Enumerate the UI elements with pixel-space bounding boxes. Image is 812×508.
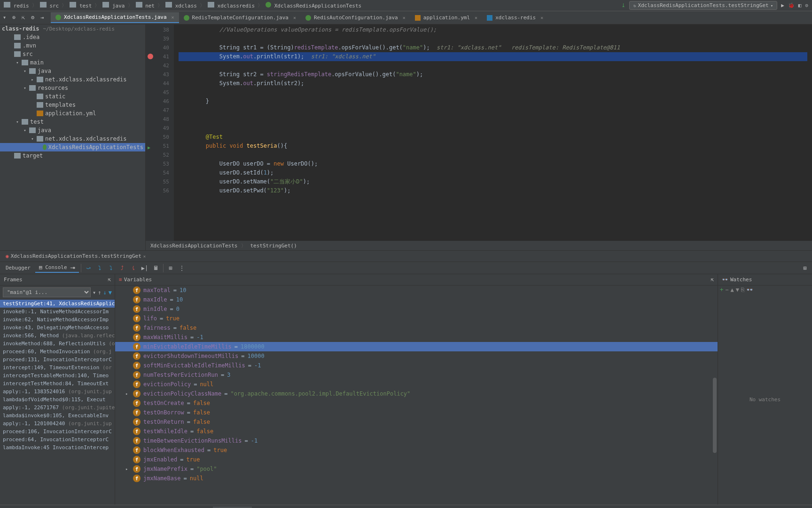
tree-arrow-icon[interactable]: ▾ (23, 86, 27, 90)
coverage-button[interactable]: ◧ (798, 2, 802, 8)
scrollbar[interactable] (713, 378, 717, 453)
code-line[interactable]: userDO.setPwd("123"); (179, 186, 807, 195)
frame-item[interactable]: interceptTestMethod:84, TimeoutExt (0, 380, 115, 388)
up-button[interactable]: ▲ (730, 286, 734, 293)
nav-crumb[interactable]: xdclass (165, 2, 197, 9)
code-line[interactable]: } (179, 97, 807, 106)
variable-item[interactable]: fblockWhenExhausted = true (115, 445, 718, 455)
editor-tab[interactable]: RedisTemplateConfiguration.java✕ (179, 12, 301, 23)
drop-frame-button[interactable]: ⤹ (128, 263, 139, 273)
frame-item[interactable]: proceed:60, MethodInvocation (org.j (0, 348, 115, 356)
tree-root[interactable]: class-redis ~/Desktop/xdclass-redis (0, 24, 145, 33)
tree-item[interactable]: target (0, 151, 145, 160)
variable-item[interactable]: ftestWhileIdle = false (115, 427, 718, 436)
add-watch-button[interactable]: + (720, 286, 723, 293)
variable-item[interactable]: ftimeBetweenEvictionRunsMillis = -1 (115, 436, 718, 445)
variable-item[interactable]: ▸fevictionPolicyClassName = "org.apache.… (115, 389, 718, 398)
code-line[interactable]: @Test (179, 133, 807, 142)
tree-item[interactable]: static (0, 92, 145, 101)
close-icon[interactable]: ✕ (403, 15, 406, 20)
editor-tab[interactable]: XdclassRedisApplicationTests.java✕ (51, 12, 179, 23)
code-editor[interactable]: 38394041424344454647484950▶515253545556 … (146, 24, 812, 250)
nav-crumb[interactable]: java (102, 2, 125, 9)
collapse-icon[interactable]: ⇱ (22, 14, 29, 22)
editor-tab[interactable]: xdclass-redis✕ (482, 12, 548, 23)
target-icon[interactable]: ⊕ (12, 14, 20, 22)
code-line[interactable] (179, 34, 807, 43)
code-line[interactable]: //ValueOperations valueOperations = redi… (179, 25, 807, 34)
run-configuration-selector[interactable]: ↻ XdclassRedisApplicationTests.testStrin… (629, 1, 777, 10)
variable-item[interactable]: fsoftMinEvictableIdleTimeMillis = -1 (115, 361, 718, 370)
variable-item[interactable]: fmaxWaitMillis = -1 (115, 333, 718, 342)
frame-item[interactable]: lambda$ofVoidMethod$0:115, Execut (0, 396, 115, 404)
tree-item[interactable]: XdclassRedisApplicationTests (0, 143, 145, 151)
frame-item[interactable]: proceed:106, InvocationInterceptorC (0, 428, 115, 436)
trace-button[interactable]: ⊞ (165, 263, 176, 273)
run-to-cursor-button[interactable]: ▶| (140, 263, 150, 273)
frame-item[interactable]: apply:-1, 1383524016 (org.junit.jup (0, 388, 115, 396)
show-button[interactable]: 👓 (746, 286, 753, 293)
more-button[interactable]: ⋮ (177, 263, 187, 273)
variable-item[interactable]: ftestOnCreate = false (115, 398, 718, 408)
tree-item[interactable]: ▸net.xdclass.xdclassredis (0, 75, 145, 84)
frame-item[interactable]: apply:-1, 1201004240 (org.junit.jup (0, 420, 115, 428)
run-button[interactable]: ▶ (781, 2, 784, 8)
frame-item[interactable]: testStringGet:41, XdclassRedisApplic (0, 300, 115, 308)
tree-item[interactable]: ▾net.xdclass.xdclassredis (0, 135, 145, 143)
variable-item[interactable]: fmaxIdle = 10 (115, 295, 718, 304)
debug-run-tab[interactable]: ◉ XdclassRedisApplicationTests.testStrin… (2, 252, 149, 261)
code-line[interactable] (179, 106, 807, 115)
nav-crumb[interactable]: net (136, 2, 155, 9)
tree-arrow-icon[interactable]: ▾ (23, 128, 27, 133)
frame-item[interactable]: proceed:131, InvocationInterceptorC (0, 356, 115, 364)
tree-item[interactable]: ▾java (0, 67, 145, 75)
settings-button[interactable]: ⊞ (800, 263, 810, 273)
next-frame-icon[interactable]: ↓ (103, 289, 107, 296)
nav-crumb[interactable]: xdclassredis (208, 2, 255, 9)
tree-item[interactable]: ▾test (0, 118, 145, 126)
step-over-button[interactable]: ⤻ (83, 263, 94, 273)
code-line[interactable]: public void testSeria(){ (179, 142, 807, 151)
variable-item[interactable]: fjmxNameBase = null (115, 474, 718, 483)
code-line[interactable] (179, 61, 807, 70)
restore-icon[interactable]: ⇱ (710, 277, 714, 283)
code-line[interactable]: System.out.println(str1); str1: "xdclass… (179, 52, 807, 61)
code-line[interactable] (179, 151, 807, 159)
select-dropdown[interactable]: ▾ (3, 14, 10, 22)
nav-crumb[interactable]: src (40, 2, 59, 9)
copy-button[interactable]: ⎘ (741, 286, 744, 293)
tree-item[interactable]: ▾java (0, 126, 145, 135)
frame-item[interactable]: lambdaInvoke:45 InvocationIntercep (0, 444, 115, 452)
code-line[interactable]: UserDO userDO = new UserDO(); (179, 159, 807, 168)
frame-item[interactable]: intercept:149, TimeoutExtension (or (0, 364, 115, 372)
frame-item[interactable]: invokeMethod:688, ReflectionUtils (o (0, 340, 115, 348)
frame-item[interactable]: interceptTestableMethod:140, Timeo (0, 372, 115, 380)
variable-item[interactable]: flifo = true (115, 314, 718, 323)
tree-arrow-icon[interactable]: ▾ (15, 119, 20, 124)
tree-item[interactable]: ▾main (0, 58, 145, 67)
restore-icon[interactable]: ⇱ (108, 277, 111, 283)
close-icon[interactable]: ✕ (293, 15, 296, 20)
breadcrumb-item[interactable]: XdclassRedisApplicationTests (150, 243, 237, 249)
close-icon[interactable]: ✕ (143, 254, 146, 259)
close-icon[interactable]: ✕ (475, 15, 477, 20)
tree-arrow-icon[interactable]: ▾ (30, 136, 35, 141)
evaluate-button[interactable]: 🖩 (151, 263, 161, 273)
tree-item[interactable]: .idea (0, 33, 145, 41)
variable-item[interactable]: fnumTestsPerEvictionRun = 3 (115, 370, 718, 380)
gear-icon[interactable]: ⚙ (31, 14, 39, 22)
variable-item[interactable]: fevictorShutdownTimeoutMillis = 10000 (115, 351, 718, 361)
tree-item[interactable]: src (0, 50, 145, 58)
tree-item[interactable]: .mvn (0, 41, 145, 50)
code-line[interactable] (179, 124, 807, 133)
nav-crumb[interactable]: redis (4, 2, 29, 9)
code-line[interactable] (179, 88, 807, 97)
code-line[interactable]: String str2 = stringRedisTemplate.opsFor… (179, 70, 807, 79)
frame-item[interactable]: invoke:62, NativeMethodAccessorImp (0, 316, 115, 324)
debugger-tab[interactable]: Debugger (2, 263, 34, 272)
editor-gutter[interactable]: 38394041424344454647484950▶515253545556 (146, 24, 174, 250)
variable-item[interactable]: fevictionPolicy = null (115, 380, 718, 389)
nav-crumb[interactable]: test (70, 2, 92, 9)
frame-item[interactable]: lambda$invoke$0:105, ExecutableInv (0, 412, 115, 420)
tree-item[interactable]: application.yml (0, 109, 145, 118)
